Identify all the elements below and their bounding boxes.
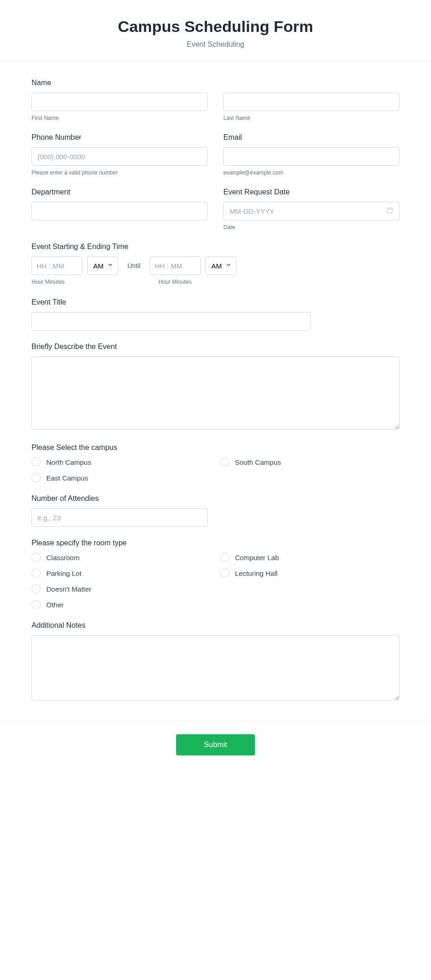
- radio-label: East Campus: [46, 474, 88, 482]
- notes-label: Additional Notes: [32, 621, 399, 630]
- describe-label: Briefly Describe the Event: [32, 343, 399, 351]
- end-time-input[interactable]: [150, 256, 201, 275]
- phone-label: Phone Number: [32, 133, 208, 142]
- radio-label: Parking Lot: [46, 569, 82, 577]
- radio-label: Other: [46, 601, 64, 609]
- event-date-input[interactable]: [229, 207, 386, 215]
- room-type-label: Please specify the room type: [32, 539, 399, 547]
- radio-label: Doesn't Matter: [46, 585, 91, 593]
- first-name-input[interactable]: [32, 93, 208, 111]
- attendees-input[interactable]: [32, 508, 208, 527]
- last-name-input[interactable]: [223, 93, 399, 111]
- event-date-label: Event Request Date: [223, 188, 399, 196]
- notes-textarea[interactable]: [32, 635, 399, 700]
- radio-label: Classroom: [46, 554, 80, 562]
- page-subtitle: Event Scheduling: [0, 40, 431, 49]
- event-time-label: Event Starting & Ending Time: [32, 243, 399, 251]
- submit-button[interactable]: Submit: [176, 734, 255, 755]
- describe-textarea[interactable]: [32, 356, 399, 430]
- form-header: Campus Scheduling Form Event Scheduling: [0, 0, 431, 62]
- attendees-label: Number of Attendies: [32, 494, 399, 503]
- email-sublabel: example@example.com: [223, 169, 399, 176]
- room-option-parking-lot[interactable]: Parking Lot: [32, 568, 211, 578]
- room-option-doesnt-matter[interactable]: Doesn't Matter: [32, 584, 211, 593]
- event-title-label: Event Title: [32, 298, 399, 306]
- room-option-computer-lab[interactable]: Computer Lab: [220, 553, 399, 562]
- radio-label: Lecturing Hall: [235, 569, 278, 577]
- radio-icon: [32, 584, 41, 593]
- radio-label: Computer Lab: [235, 554, 279, 562]
- event-date-sublabel: Date: [223, 224, 399, 231]
- form-footer: Submit: [0, 721, 431, 793]
- event-date-field[interactable]: [223, 202, 399, 220]
- radio-icon: [32, 600, 41, 609]
- radio-icon: [220, 553, 229, 562]
- radio-label: North Campus: [46, 458, 91, 466]
- radio-icon: [32, 473, 41, 482]
- start-ampm-select[interactable]: AM: [87, 256, 118, 275]
- room-option-classroom[interactable]: Classroom: [32, 553, 211, 562]
- phone-sublabel: Please enter a valid phone number.: [32, 169, 208, 176]
- campus-label: Please Select the campus: [32, 443, 399, 452]
- end-time-sublabel: Hour Minutes: [158, 279, 209, 286]
- form-body: Name First Name Last Name Phone Number P…: [0, 62, 431, 721]
- email-label: Email: [223, 133, 399, 142]
- event-title-input[interactable]: [32, 312, 311, 331]
- radio-icon: [32, 457, 41, 467]
- until-label: Until: [127, 262, 140, 269]
- campus-option-east[interactable]: East Campus: [32, 473, 211, 482]
- email-input[interactable]: [223, 147, 399, 166]
- department-input[interactable]: [32, 202, 208, 220]
- first-name-sublabel: First Name: [32, 115, 208, 121]
- name-label: Name: [32, 79, 399, 87]
- radio-icon: [220, 457, 229, 467]
- room-option-lecturing-hall[interactable]: Lecturing Hall: [220, 568, 399, 578]
- start-time-sublabel: Hour Minutes: [32, 279, 82, 286]
- radio-icon: [32, 553, 41, 562]
- radio-label: South Campus: [235, 458, 281, 466]
- campus-option-north[interactable]: North Campus: [32, 457, 211, 467]
- last-name-sublabel: Last Name: [223, 115, 399, 121]
- end-ampm-select[interactable]: AM: [205, 256, 236, 275]
- department-label: Department: [32, 188, 208, 196]
- room-option-other[interactable]: Other: [32, 600, 211, 609]
- start-time-input[interactable]: [32, 256, 82, 275]
- campus-option-south[interactable]: South Campus: [220, 457, 399, 467]
- phone-input[interactable]: [32, 147, 208, 166]
- radio-icon: [32, 568, 41, 578]
- radio-icon: [220, 568, 229, 578]
- svg-rect-0: [387, 208, 393, 213]
- calendar-icon: [386, 206, 393, 216]
- page-title: Campus Scheduling Form: [0, 18, 431, 36]
